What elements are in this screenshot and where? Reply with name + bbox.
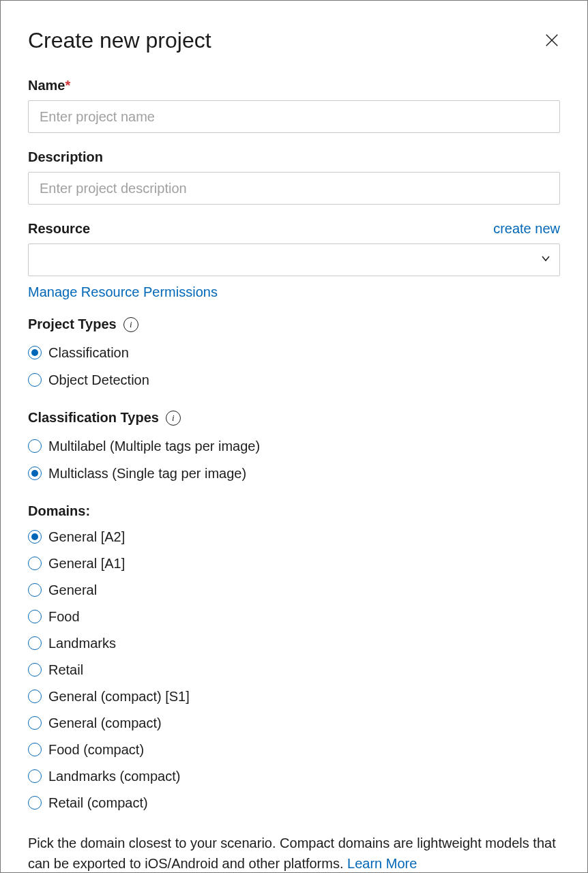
radio-label: Retail (compact): [48, 792, 148, 814]
domain-option[interactable]: Landmarks (compact): [28, 765, 560, 787]
name-field-group: Name*: [28, 78, 560, 133]
radio-button[interactable]: [28, 636, 42, 650]
domain-option[interactable]: General [A1]: [28, 552, 560, 574]
modal-title: Create new project: [28, 28, 211, 53]
close-icon: [544, 33, 559, 48]
classification-types-radio-group: Multilabel (Multiple tags per image)Mult…: [28, 435, 560, 484]
classification-types-info-icon[interactable]: i: [166, 411, 181, 426]
radio-label: Multiclass (Single tag per image): [48, 462, 246, 484]
radio-button[interactable]: [28, 690, 42, 703]
radio-label: Retail: [48, 659, 83, 681]
radio-button[interactable]: [28, 716, 42, 730]
radio-button[interactable]: [28, 610, 42, 623]
domain-option[interactable]: Landmarks: [28, 632, 560, 654]
learn-more-link[interactable]: Learn More: [347, 856, 417, 871]
radio-button[interactable]: [28, 557, 42, 570]
radio-button[interactable]: [28, 467, 42, 480]
name-input[interactable]: [28, 100, 560, 133]
radio-label: General (compact): [48, 712, 162, 734]
domains-radio-group: General [A2]General [A1]GeneralFoodLandm…: [28, 526, 560, 814]
resource-field-group: Resource create new Manage Resource Perm…: [28, 221, 560, 300]
required-indicator: *: [65, 78, 70, 93]
domain-option[interactable]: General [A2]: [28, 526, 560, 548]
radio-button[interactable]: [28, 743, 42, 756]
description-field-group: Description: [28, 149, 560, 205]
radio-label: Landmarks (compact): [48, 765, 180, 787]
classification-types-title: Classification Types: [28, 410, 159, 426]
radio-button[interactable]: [28, 373, 42, 387]
radio-button[interactable]: [28, 769, 42, 783]
domains-title: Domains:: [28, 503, 560, 519]
create-new-resource-link[interactable]: create new: [493, 221, 560, 237]
domain-option[interactable]: Retail: [28, 659, 560, 681]
radio-label: General [A2]: [48, 526, 125, 548]
radio-label: Landmarks: [48, 632, 116, 654]
domain-option[interactable]: Retail (compact): [28, 792, 560, 814]
domain-option[interactable]: General (compact): [28, 712, 560, 734]
domain-option[interactable]: General: [28, 579, 560, 601]
radio-label: Classification: [48, 342, 129, 364]
classification-type-option[interactable]: Multiclass (Single tag per image): [28, 462, 560, 484]
description-input[interactable]: [28, 172, 560, 205]
radio-label: Food (compact): [48, 739, 144, 760]
name-label: Name*: [28, 78, 560, 93]
radio-button[interactable]: [28, 663, 42, 677]
radio-label: Multilabel (Multiple tags per image): [48, 435, 260, 457]
create-project-modal: Create new project Name* Description: [1, 1, 587, 872]
radio-label: General (compact) [S1]: [48, 685, 190, 707]
resource-label: Resource: [28, 221, 90, 237]
project-types-radio-group: ClassificationObject Detection: [28, 342, 560, 391]
description-label: Description: [28, 149, 560, 165]
domain-option[interactable]: Food (compact): [28, 739, 560, 760]
project-type-option[interactable]: Classification: [28, 342, 560, 364]
domain-option[interactable]: General (compact) [S1]: [28, 685, 560, 707]
project-types-title: Project Types: [28, 316, 117, 332]
domains-help-text: Pick the domain closest to your scenario…: [28, 833, 560, 872]
radio-label: General: [48, 579, 97, 601]
resource-select[interactable]: [28, 243, 560, 276]
radio-button[interactable]: [28, 439, 42, 453]
close-button[interactable]: [544, 32, 560, 48]
manage-resource-permissions-link[interactable]: Manage Resource Permissions: [28, 284, 218, 300]
radio-button[interactable]: [28, 530, 42, 544]
classification-type-option[interactable]: Multilabel (Multiple tags per image): [28, 435, 560, 457]
radio-button[interactable]: [28, 583, 42, 597]
radio-label: Object Detection: [48, 369, 149, 391]
project-type-option[interactable]: Object Detection: [28, 369, 560, 391]
radio-button[interactable]: [28, 796, 42, 810]
radio-label: Food: [48, 606, 80, 627]
project-types-info-icon[interactable]: i: [123, 317, 138, 332]
radio-label: General [A1]: [48, 552, 125, 574]
radio-button[interactable]: [28, 346, 42, 359]
domain-option[interactable]: Food: [28, 606, 560, 627]
